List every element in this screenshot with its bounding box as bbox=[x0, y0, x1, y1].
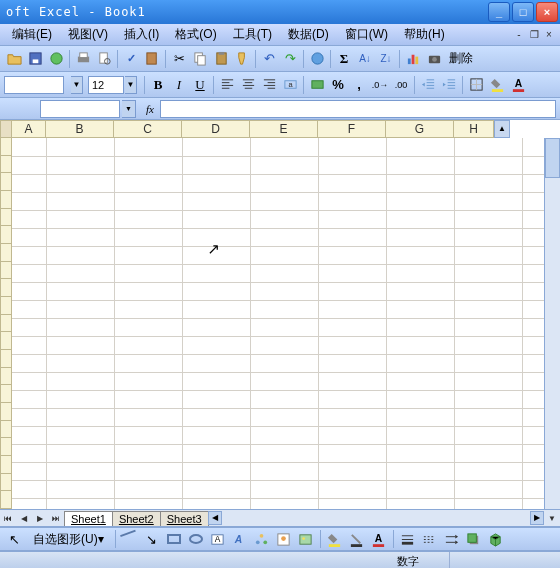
cells-area[interactable] bbox=[12, 138, 544, 509]
paste-icon[interactable] bbox=[211, 49, 231, 69]
name-box[interactable] bbox=[40, 100, 120, 118]
select-all-corner[interactable] bbox=[0, 120, 12, 138]
chart-wizard-icon[interactable] bbox=[403, 49, 423, 69]
wordart-icon[interactable]: A bbox=[230, 529, 250, 549]
clipart-icon[interactable] bbox=[274, 529, 294, 549]
percent-icon[interactable]: % bbox=[328, 75, 348, 95]
column-header[interactable]: B bbox=[46, 120, 114, 138]
menu-insert[interactable]: 插入(I) bbox=[116, 24, 167, 45]
column-header[interactable]: H bbox=[454, 120, 494, 138]
minimize-button[interactable]: _ bbox=[488, 2, 510, 22]
save-icon[interactable] bbox=[25, 49, 45, 69]
horizontal-scrollbar[interactable] bbox=[242, 511, 530, 525]
font-color-draw-icon[interactable]: A bbox=[369, 529, 389, 549]
open-icon[interactable] bbox=[4, 49, 24, 69]
select-objects-icon[interactable]: ↖ bbox=[4, 529, 24, 549]
tab-nav-prev-icon[interactable]: ◀ bbox=[16, 510, 32, 526]
hyperlink-icon[interactable] bbox=[307, 49, 327, 69]
cut-icon[interactable]: ✂ bbox=[169, 49, 189, 69]
decrease-indent-icon[interactable] bbox=[418, 75, 438, 95]
font-color-icon[interactable]: A bbox=[508, 75, 528, 95]
name-box-dropdown-icon[interactable]: ▼ bbox=[122, 100, 136, 118]
wb-restore-icon[interactable]: ❐ bbox=[527, 29, 541, 41]
undo-icon[interactable]: ↶ bbox=[259, 49, 279, 69]
sheet-tab[interactable]: Sheet2 bbox=[112, 511, 161, 526]
menu-tools[interactable]: 工具(T) bbox=[225, 24, 280, 45]
shadow-icon[interactable] bbox=[464, 529, 484, 549]
sheet-tab[interactable]: Sheet1 bbox=[64, 511, 113, 526]
column-header[interactable]: F bbox=[318, 120, 386, 138]
tab-nav-last-icon[interactable]: ⏭ bbox=[48, 510, 64, 526]
sort-asc-icon[interactable]: A↓ bbox=[355, 49, 375, 69]
align-right-icon[interactable] bbox=[259, 75, 279, 95]
rectangle-icon[interactable] bbox=[164, 529, 184, 549]
column-header[interactable]: E bbox=[250, 120, 318, 138]
diagram-icon[interactable] bbox=[252, 529, 272, 549]
increase-decimal-icon[interactable]: .0→ bbox=[370, 75, 390, 95]
align-left-icon[interactable] bbox=[217, 75, 237, 95]
dash-style-icon[interactable] bbox=[420, 529, 440, 549]
merge-center-icon[interactable]: a bbox=[280, 75, 300, 95]
insert-picture-icon[interactable] bbox=[296, 529, 316, 549]
increase-indent-icon[interactable] bbox=[439, 75, 459, 95]
column-header[interactable]: C bbox=[114, 120, 182, 138]
bold-button[interactable]: B bbox=[148, 75, 168, 95]
research-icon[interactable] bbox=[142, 49, 162, 69]
oval-icon[interactable] bbox=[186, 529, 206, 549]
column-header[interactable]: D bbox=[182, 120, 250, 138]
font-name-box[interactable] bbox=[4, 76, 64, 94]
menu-data[interactable]: 数据(D) bbox=[280, 24, 337, 45]
wb-close-icon[interactable]: × bbox=[542, 29, 556, 41]
arrow-style-icon[interactable] bbox=[442, 529, 462, 549]
column-header[interactable]: G bbox=[386, 120, 454, 138]
line-icon[interactable] bbox=[120, 529, 140, 549]
menu-window[interactable]: 窗口(W) bbox=[337, 24, 396, 45]
sheet-tab[interactable]: Sheet3 bbox=[160, 511, 209, 526]
redo-icon[interactable]: ↷ bbox=[280, 49, 300, 69]
currency-icon[interactable] bbox=[307, 75, 327, 95]
menu-help[interactable]: 帮助(H) bbox=[396, 24, 453, 45]
menu-format[interactable]: 格式(O) bbox=[167, 24, 224, 45]
close-button[interactable]: × bbox=[536, 2, 558, 22]
fill-color-icon[interactable] bbox=[487, 75, 507, 95]
vertical-scroll-thumb[interactable] bbox=[545, 138, 560, 178]
scroll-up-icon[interactable]: ▲ bbox=[494, 120, 510, 138]
arrow-icon[interactable]: ↘ bbox=[142, 529, 162, 549]
print-preview-icon[interactable] bbox=[94, 49, 114, 69]
tab-nav-first-icon[interactable]: ⏮ bbox=[0, 510, 16, 526]
line-color-icon[interactable] bbox=[347, 529, 367, 549]
camera-icon[interactable] bbox=[424, 49, 444, 69]
menu-view[interactable]: 视图(V) bbox=[60, 24, 116, 45]
copy-icon[interactable] bbox=[190, 49, 210, 69]
autoshapes-button[interactable]: 自选图形(U) ▾ bbox=[26, 530, 111, 548]
decrease-decimal-icon[interactable]: .00 bbox=[391, 75, 411, 95]
spelling-icon[interactable]: ✓ bbox=[121, 49, 141, 69]
font-size-dropdown-icon[interactable]: ▼ bbox=[125, 76, 137, 94]
borders-icon[interactable] bbox=[466, 75, 486, 95]
maximize-button[interactable]: □ bbox=[512, 2, 534, 22]
sort-desc-icon[interactable]: Z↓ bbox=[376, 49, 396, 69]
delete-button[interactable]: 删除 bbox=[445, 49, 477, 69]
font-name-dropdown-icon[interactable]: ▼ bbox=[71, 76, 83, 94]
fx-icon[interactable]: fx bbox=[146, 103, 154, 115]
permission-icon[interactable] bbox=[46, 49, 66, 69]
wb-minimize-icon[interactable]: - bbox=[512, 29, 526, 41]
tab-nav-next-icon[interactable]: ▶ bbox=[32, 510, 48, 526]
hscroll-right-icon[interactable]: ▶ bbox=[530, 511, 544, 525]
align-center-icon[interactable] bbox=[238, 75, 258, 95]
hscroll-left-icon[interactable]: ◀ bbox=[208, 511, 222, 525]
autosum-icon[interactable]: Σ bbox=[334, 49, 354, 69]
scroll-down-icon[interactable]: ▼ bbox=[544, 510, 560, 526]
textbox-icon[interactable]: A bbox=[208, 529, 228, 549]
menu-edit[interactable]: 编辑(E) bbox=[4, 24, 60, 45]
italic-button[interactable]: I bbox=[169, 75, 189, 95]
comma-icon[interactable]: , bbox=[349, 75, 369, 95]
underline-button[interactable]: U bbox=[190, 75, 210, 95]
line-style-icon[interactable] bbox=[398, 529, 418, 549]
vertical-scrollbar[interactable] bbox=[544, 138, 560, 509]
format-painter-icon[interactable] bbox=[232, 49, 252, 69]
column-header[interactable]: A bbox=[12, 120, 46, 138]
font-size-box[interactable]: 12 bbox=[88, 76, 124, 94]
formula-input[interactable] bbox=[160, 100, 556, 118]
fill-color-draw-icon[interactable] bbox=[325, 529, 345, 549]
